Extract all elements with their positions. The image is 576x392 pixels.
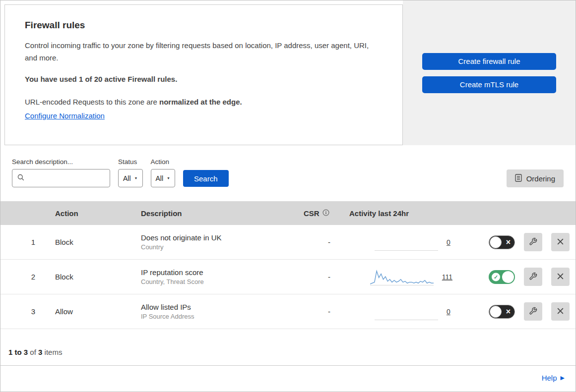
rule-description: Does not originate in UK — [141, 233, 294, 242]
rule-csr-value: - — [294, 238, 337, 246]
overview-section: Firewall rules Control incoming traffic … — [0, 0, 576, 145]
items-total: 3 — [38, 348, 42, 356]
column-header-activity: Activity last 24hr — [337, 209, 454, 218]
toggle-knob — [490, 306, 502, 318]
toggle-knob — [502, 271, 514, 283]
rule-description-cell: Does not originate in UK Country — [131, 233, 294, 251]
activity-sparkline — [375, 303, 438, 320]
status-selected-value: All — [123, 174, 131, 182]
rule-controls: × ✓ — [454, 302, 576, 321]
activity-count-link[interactable]: 0 — [447, 308, 452, 316]
column-header-csr: CSR — [294, 209, 337, 218]
rule-controls: × ✓ — [454, 233, 576, 251]
column-header-description: Description — [131, 209, 294, 218]
rule-activity-cell: 111 — [337, 269, 454, 285]
close-icon — [557, 307, 564, 316]
rule-priority: 2 — [0, 273, 45, 281]
wrench-icon — [529, 272, 537, 282]
filter-bar: Search description... Status All ▼ Actio… — [0, 145, 576, 201]
edit-rule-button[interactable] — [524, 233, 542, 251]
rule-enabled-toggle[interactable]: × ✓ — [489, 270, 515, 284]
create-firewall-rule-button[interactable]: Create firewall rule — [422, 53, 556, 70]
status-filter-group: Status All ▼ — [118, 158, 143, 187]
rule-enabled-toggle[interactable]: × ✓ — [489, 235, 515, 249]
table-header: Action Description CSR Activity last 24h… — [0, 201, 576, 225]
close-icon — [557, 238, 564, 247]
search-field-group: Search description... — [12, 158, 110, 187]
delete-rule-button[interactable] — [551, 233, 570, 251]
ordering-button[interactable]: Ordering — [507, 169, 564, 187]
rule-activity-cell: 0 — [337, 303, 454, 320]
rule-description-cell: IP reputation score Country, Threat Scor… — [131, 268, 294, 285]
page-description: Control incoming traffic to your zone by… — [25, 40, 377, 64]
rule-description: Allow listed IPs — [141, 303, 294, 311]
info-icon[interactable] — [322, 209, 329, 218]
toggle-off-icon: × — [506, 308, 511, 316]
help-label: Help — [542, 374, 557, 382]
usage-summary: You have used 1 of 20 active Firewall ru… — [25, 73, 377, 86]
toggle-knob — [490, 236, 502, 248]
delete-rule-button[interactable] — [551, 302, 570, 321]
rule-action: Block — [45, 238, 131, 246]
activity-sparkline — [370, 269, 434, 285]
help-link[interactable]: Help ▶ — [542, 374, 565, 382]
search-box — [12, 169, 110, 187]
action-selected-value: All — [156, 174, 164, 182]
configure-normalization-link[interactable]: Configure Normalization — [25, 112, 105, 120]
actions-panel: Create firewall rule Create mTLS rule — [403, 0, 576, 145]
action-filter-select[interactable]: All ▼ — [151, 169, 176, 187]
create-mtls-rule-button[interactable]: Create mTLS rule — [422, 76, 556, 93]
ordering-list-icon — [515, 174, 522, 183]
overview-card: Firewall rules Control incoming traffic … — [4, 4, 403, 145]
rule-csr-value: - — [294, 273, 337, 281]
rule-action: Block — [45, 273, 131, 281]
wrench-icon — [529, 237, 537, 247]
search-button[interactable]: Search — [183, 170, 229, 187]
normalization-note: URL-encoded Requests to this zone are no… — [25, 96, 377, 109]
rule-description: IP reputation score — [141, 268, 294, 277]
csr-header-label: CSR — [304, 209, 320, 218]
page-title: Firewall rules — [25, 20, 383, 31]
delete-rule-button[interactable] — [551, 268, 570, 286]
table-row: 3 Allow Allow listed IPs IP Source Addre… — [0, 294, 576, 329]
normalization-text: URL-encoded Requests to this zone are — [25, 98, 157, 106]
rule-priority: 3 — [0, 307, 45, 316]
rule-description-cell: Allow listed IPs IP Source Address — [131, 303, 294, 320]
edit-rule-button[interactable] — [524, 302, 542, 321]
search-input[interactable] — [28, 174, 110, 183]
ordering-label: Ordering — [526, 174, 555, 183]
rule-controls: × ✓ — [454, 268, 576, 286]
items-of: of — [30, 348, 36, 356]
rule-description-fields: Country, Threat Score — [141, 278, 294, 285]
rule-description-fields: Country — [141, 243, 294, 251]
help-bar: Help ▶ — [0, 365, 576, 390]
chevron-down-icon: ▼ — [167, 176, 170, 180]
rule-enabled-toggle[interactable]: × ✓ — [489, 305, 515, 319]
items-word: items — [45, 348, 63, 356]
pagination-summary: 1 to 3 of 3 items — [0, 329, 576, 365]
rule-csr-value: - — [294, 307, 337, 316]
table-row: 1 Block Does not originate in UK Country… — [0, 225, 576, 260]
normalization-bold: normalized at the edge. — [159, 98, 242, 106]
toggle-off-icon: × — [506, 238, 511, 246]
search-icon — [17, 174, 24, 183]
action-label: Action — [151, 158, 176, 166]
column-header-action: Action — [45, 209, 131, 218]
arrow-right-icon: ▶ — [561, 375, 565, 381]
activity-sparkline — [375, 234, 438, 251]
table-row: 2 Block IP reputation score Country, Thr… — [0, 260, 576, 294]
action-filter-group: Action All ▼ — [151, 158, 176, 187]
edit-rule-button[interactable] — [524, 268, 542, 286]
status-filter-select[interactable]: All ▼ — [118, 169, 143, 187]
chevron-down-icon: ▼ — [134, 176, 138, 180]
rule-action: Allow — [45, 307, 131, 316]
rule-priority: 1 — [0, 238, 45, 246]
search-label: Search description... — [12, 158, 110, 166]
status-label: Status — [118, 158, 143, 166]
activity-count-link[interactable]: 0 — [447, 238, 452, 246]
rule-activity-cell: 0 — [337, 234, 454, 251]
firewall-rules-page: Firewall rules Control incoming traffic … — [0, 0, 576, 392]
items-range: 1 to 3 — [8, 348, 28, 356]
activity-count-link[interactable]: 111 — [442, 273, 452, 281]
rule-description-fields: IP Source Address — [141, 313, 294, 320]
